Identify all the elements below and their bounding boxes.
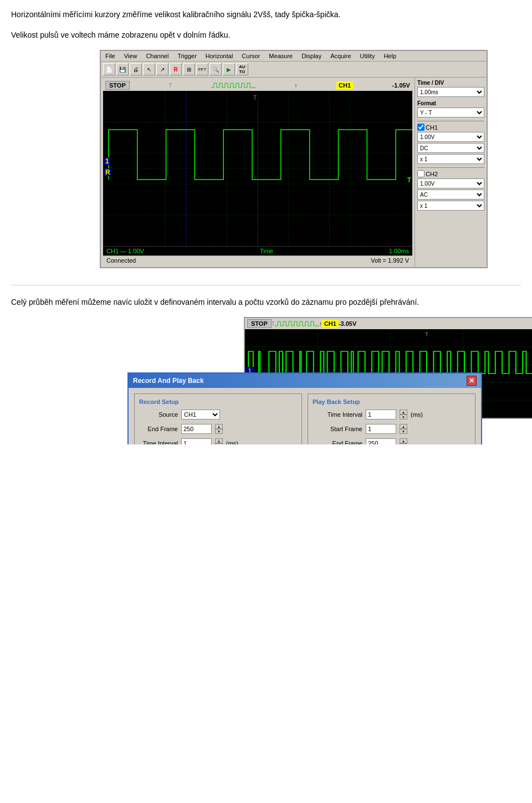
menu-file[interactable]: File: [103, 52, 117, 60]
time-div-section: Time / DIV 1.00ms: [417, 80, 484, 97]
menu-view[interactable]: View: [122, 52, 140, 60]
ch1-info-bottom: CH1 — 1.00V: [106, 248, 144, 254]
ch2-panel-label: CH2: [426, 171, 438, 177]
time-interval-input-record[interactable]: [181, 438, 212, 444]
dialog-body: Record Setup Source CH1 End Frame: [129, 388, 481, 444]
start-frame-spinners: ▲ ▼: [400, 424, 407, 434]
toolbar-new[interactable]: 📄: [103, 63, 115, 75]
toolbar-fft[interactable]: FFT: [196, 63, 208, 75]
time-div-label: Time / DIV: [417, 80, 484, 86]
end-frame-down-record[interactable]: ▼: [215, 429, 223, 434]
time-interval-unit-playback: (ms): [411, 411, 423, 418]
trigger-t-screen-label: T: [407, 176, 411, 184]
menu-help[interactable]: Help: [381, 52, 398, 60]
ch1-top-badge-2: CH1: [322, 320, 339, 328]
menu-horizontal[interactable]: Horizontal: [203, 52, 236, 60]
trigger-arrow: ↑: [294, 83, 297, 89]
time-interval-spinners-record: ▲ ▼: [215, 438, 223, 444]
oscillo-main: STOP T ↑ CH1 -1.05V: [101, 78, 487, 267]
toolbar-save[interactable]: 💾: [116, 63, 129, 75]
ch1-voltage-top: -1.05V: [392, 82, 410, 89]
volt-status: Volt = 1.992 V: [371, 257, 409, 264]
end-frame-row-playback: End Frame ▲ ▼: [313, 438, 470, 444]
source-select[interactable]: CH1: [181, 410, 220, 420]
ch1-panel-label: CH1: [426, 124, 438, 131]
intro-text-1: Horizontálními měřícími kurzory změříme …: [11, 9, 521, 21]
time-interval-row-record: Time Interval ▲ ▼ (ms): [139, 438, 297, 444]
toolbar-play[interactable]: ▶: [223, 63, 235, 75]
ch1-panel-row: CH1: [417, 124, 484, 131]
ch1-r-label: R: [104, 168, 111, 176]
record-playback-dialog: Record And Play Back ✕ Record Setup Sour…: [127, 372, 482, 444]
oscillo-menubar: File View Channel Trigger Horizontal Cur…: [101, 51, 487, 62]
end-frame-up-playback[interactable]: ▲: [400, 438, 407, 443]
toolbar-grid[interactable]: ⊞: [183, 63, 195, 75]
end-frame-input-playback[interactable]: [366, 438, 396, 444]
format-select[interactable]: Y - T: [417, 108, 484, 117]
time-value-bottom: 1.00ms: [389, 248, 409, 254]
oscillo2-status-top: STOP T ↑ CH1 -3.05V Tim: [245, 318, 532, 329]
time-interval-input-playback[interactable]: [366, 410, 396, 420]
time-interval-up-playback[interactable]: ▲: [400, 410, 407, 415]
playback-setup-section: Play Back Setup Time Interval ▲ ▼ (ms): [308, 393, 475, 444]
time-div-select[interactable]: 1.00ms: [417, 87, 484, 97]
trigger-waveform-2: [275, 319, 319, 328]
connected-status: Connected: [106, 257, 136, 264]
oscillo-screen-area: STOP T ↑ CH1 -1.05V: [101, 78, 415, 267]
section2-text: Celý průběh měření můžeme navíc uložit v…: [11, 296, 521, 308]
start-frame-row: Start Frame ▲ ▼: [313, 424, 470, 434]
menu-acquire[interactable]: Acquire: [328, 52, 353, 60]
oscillo-right-panel: Time / DIV 1.00ms Format Y - T CH1: [415, 78, 487, 267]
ch2-probe-select[interactable]: x 1: [417, 201, 484, 211]
menu-measure[interactable]: Measure: [267, 52, 295, 60]
panel-divider-1: [417, 121, 484, 121]
ch2-volt-select[interactable]: 1.00V: [417, 178, 484, 188]
start-frame-up[interactable]: ▲: [400, 424, 407, 429]
start-frame-input[interactable]: [366, 424, 396, 434]
toolbar-cursor[interactable]: ↖: [143, 63, 155, 75]
source-label: Source: [139, 411, 178, 418]
ch1-coupling-select[interactable]: DC: [417, 143, 484, 153]
end-frame-spinners-record: ▲ ▼: [215, 424, 223, 434]
toolbar-zoom[interactable]: 🔍: [209, 63, 222, 75]
time-interval-row-playback: Time Interval ▲ ▼ (ms): [313, 410, 470, 420]
end-frame-spinners-playback: ▲ ▼: [400, 438, 407, 444]
ch2-checkbox[interactable]: [417, 170, 424, 177]
time-interval-up-record[interactable]: ▲: [215, 438, 223, 443]
dialog-titlebar: Record And Play Back ✕: [129, 374, 481, 388]
panel-divider-2: [417, 167, 484, 168]
ch1-screen-label: 1: [104, 157, 110, 165]
end-frame-up-record[interactable]: ▲: [215, 424, 223, 429]
dialog-title: Record And Play Back: [133, 377, 204, 385]
end-frame-label-playback: End Frame: [313, 440, 362, 444]
toolbar-print[interactable]: 🖨: [130, 63, 142, 75]
toolbar-run[interactable]: R: [170, 63, 182, 75]
record-setup-section: Record Setup Source CH1 End Frame: [134, 393, 302, 444]
toolbar-auto[interactable]: AUTO: [236, 63, 248, 75]
menu-trigger[interactable]: Trigger: [175, 52, 198, 60]
record-section-title: Record Setup: [139, 398, 297, 405]
source-row: Source CH1: [139, 410, 297, 420]
end-frame-down-playback[interactable]: ▼: [400, 443, 407, 444]
menu-channel[interactable]: Channel: [144, 52, 171, 60]
time-interval-spinners-playback: ▲ ▼: [400, 410, 407, 420]
time-label-bottom: Time: [260, 248, 273, 254]
end-frame-input-record[interactable]: [181, 424, 212, 434]
ch1-checkbox[interactable]: [417, 124, 424, 131]
toolbar-cursor2[interactable]: ↗: [156, 63, 168, 75]
menu-cursor[interactable]: Cursor: [239, 52, 262, 60]
ch2-coupling-select[interactable]: AC: [417, 190, 484, 200]
menu-display[interactable]: Display: [299, 52, 324, 60]
time-interval-down-playback[interactable]: ▼: [400, 415, 407, 420]
menu-utility[interactable]: Utility: [358, 52, 377, 60]
trigger-waveform-indicator: [211, 81, 255, 90]
dialog-close-button[interactable]: ✕: [467, 376, 477, 386]
intro-text-2: Velikost pulsů ve voltech máme zobrazenu…: [11, 29, 521, 41]
ch1-probe-select[interactable]: x 1: [417, 154, 484, 164]
start-frame-down[interactable]: ▼: [400, 429, 407, 434]
start-frame-label: Start Frame: [313, 426, 362, 432]
screen-bottom-bar: CH1 — 1.00V Time 1.00ms: [103, 246, 412, 255]
ch1-volt-select[interactable]: 1.00V: [417, 132, 484, 142]
end-frame-label-record: End Frame: [139, 426, 178, 432]
time-interval-down-record[interactable]: ▼: [215, 443, 223, 444]
